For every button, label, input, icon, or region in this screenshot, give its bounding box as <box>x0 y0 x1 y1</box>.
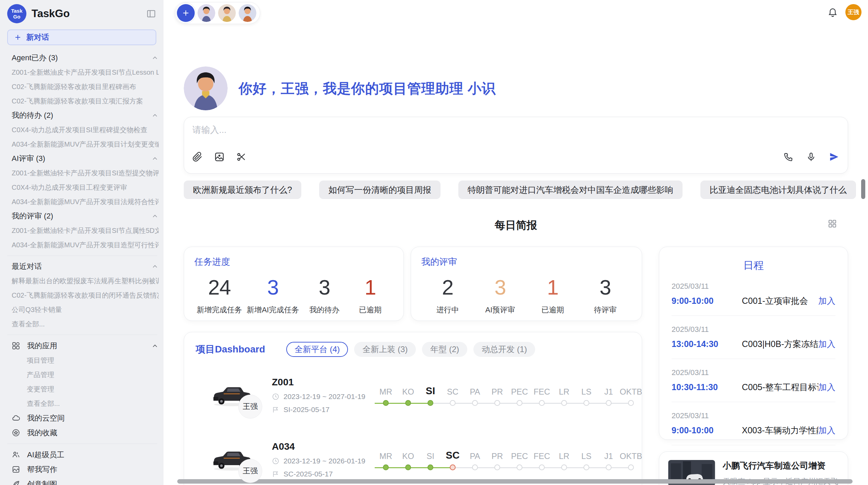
sidebar-item-writing-helper[interactable]: 帮我写作 <box>0 462 164 477</box>
sidebar-item-creative-draw[interactable]: 创意制图 <box>0 477 164 485</box>
sidebar-item[interactable]: Z001-全新燃油轻卡产品开发项目SI节点属性5D文件评审 <box>12 223 159 238</box>
sidebar-item[interactable]: C0X4-动力总成开发项目工程变更评审 <box>12 180 159 195</box>
project-info: A034 2023-12-19 ~ 2026-01-19 SC-2025-05-… <box>272 441 375 478</box>
new-chat-button[interactable]: 新对话 <box>7 29 156 45</box>
suggestion-chip[interactable]: 欧洲新规最近颁布了什么? <box>184 181 301 199</box>
horizontal-scrollbar-thumb[interactable] <box>177 479 853 484</box>
milestone-dot-pending <box>517 400 522 406</box>
app-item-change-mgmt[interactable]: 变更管理 <box>0 382 164 396</box>
event-title: C003|H0B-方案冻结评审 <box>742 338 818 350</box>
sidebar-item[interactable]: A034-全新新能源MUV产品开发项目法规符合性评审 <box>12 195 159 209</box>
sidebar-item[interactable]: Z001-全新燃油轻卡产品开发项目SI造型提交物评审 <box>12 166 159 180</box>
user-avatar[interactable]: 王强 <box>845 4 861 20</box>
sidebar-item-my-apps[interactable]: 我的应用 <box>0 338 164 353</box>
project-flag-date: SI-2025-05-17 <box>272 406 375 414</box>
event-divider <box>672 445 835 445</box>
section-header-agent-done[interactable]: Agent已办 (3) <box>12 51 159 65</box>
daily-briefing-title: 每日简报 <box>184 218 848 233</box>
suggestion-chip[interactable]: 特朗普可能对进口汽车增税会对中国车企造成哪些影响 <box>458 181 683 199</box>
image-upload-icon[interactable] <box>214 152 225 162</box>
stat-label: 新增完成任务 <box>197 305 242 315</box>
layout-grid-icon[interactable] <box>828 219 837 230</box>
chevron-up-icon[interactable] <box>151 54 159 62</box>
stat-label: AI预评审 <box>480 305 521 315</box>
project-flag-date: SC-2025-05-17 <box>272 470 375 478</box>
join-meeting-link[interactable]: 加入 <box>818 338 835 350</box>
section-header-ai-review[interactable]: AI评审 (3) <box>12 151 159 166</box>
stat-label: 我的待办 <box>304 305 345 315</box>
news-title: 小鹏飞行汽车制造公司增资 <box>723 460 839 471</box>
join-meeting-link[interactable]: 加入 <box>818 295 835 307</box>
vertical-scrollbar-thumb[interactable] <box>861 179 865 199</box>
sidebar-item[interactable]: C02-飞腾新能源轻客改款项目立项汇报方案 <box>12 94 159 108</box>
sidebar-item-cloud-space[interactable]: 我的云空间 <box>0 411 164 425</box>
milestone-label: OKTB <box>620 382 642 397</box>
chat-input[interactable] <box>192 124 840 146</box>
sidebar-item[interactable]: Z001-全新燃油皮卡产品开发项目SI节点Lesson Learn报告 <box>12 65 159 79</box>
event-divider <box>672 315 835 316</box>
phone-call-icon[interactable] <box>783 152 794 162</box>
milestone-label: PEC <box>508 382 531 397</box>
sidebar-item[interactable]: C02-飞腾新能源轻客改款项目里程碑画布 <box>12 79 159 94</box>
milestone-dot-done <box>383 400 389 406</box>
stat-value: 24 <box>197 275 242 299</box>
section-title: AI评审 (3) <box>12 153 45 164</box>
join-meeting-link[interactable]: 加入 <box>818 425 835 436</box>
new-session-button[interactable] <box>177 4 195 22</box>
agent-avatar-1[interactable] <box>197 4 215 22</box>
sidebar: Task Go TaskGo 新对话 Agent已办 (3) Z001-全新燃油… <box>0 0 164 485</box>
sidebar-item-ai-staff[interactable]: AI超级员工 <box>0 447 164 462</box>
attachment-icon[interactable] <box>192 152 203 162</box>
sidebar-item[interactable]: A034-全新新能源MUV产品开发项目计划变更变编号 <box>12 137 159 151</box>
project-row[interactable]: 王强 Z001 2023-12-19 ~ 2027-01-19 SI-2025-… <box>196 369 630 421</box>
project-row[interactable]: 王强 A034 2023-12-19 ~ 2026-01-19 SC-2025-… <box>196 434 630 485</box>
suggestion-chip[interactable]: 比亚迪全固态电池计划具体说了什么 <box>700 181 856 199</box>
app-item-project-mgmt[interactable]: 项目管理 <box>0 353 164 368</box>
milestone-label: PR <box>486 382 508 397</box>
tab-new-platform[interactable]: 全新平台 (4) <box>286 342 348 357</box>
flag-icon <box>272 406 279 413</box>
chevron-up-icon[interactable] <box>151 112 159 119</box>
stat-value: 1 <box>532 275 573 299</box>
stat-value: 2 <box>427 275 468 299</box>
screenshot-scissors-icon[interactable] <box>236 152 246 162</box>
collapse-sidebar-icon[interactable] <box>146 9 156 19</box>
sidebar-item-favorites[interactable]: 我的收藏 <box>0 425 164 440</box>
join-meeting-link[interactable]: 加入 <box>818 382 835 393</box>
agent-avatar-3[interactable] <box>239 4 256 22</box>
notifications-bell-icon[interactable] <box>828 7 838 18</box>
tab-new-body[interactable]: 全新上装 (3) <box>354 342 416 357</box>
sidebar-item[interactable]: C0X4-动力总成开发项目SI里程碑提交物检查 <box>12 123 159 137</box>
recent-item[interactable]: 公司Q3轻卡销量 <box>12 302 159 317</box>
recent-item-view-all[interactable]: 查看全部... <box>12 317 159 331</box>
tab-model-year[interactable]: 年型 (2) <box>422 342 467 357</box>
flag-icon <box>272 470 279 478</box>
section-header-my-todo[interactable]: 我的待办 (2) <box>12 108 159 123</box>
recent-item[interactable]: C02-飞腾新能源轻客改款项目的闭环通告反馈情况 <box>12 288 159 302</box>
microphone-icon[interactable] <box>806 152 816 162</box>
chevron-up-icon[interactable] <box>151 155 159 162</box>
app-item-product-mgmt[interactable]: 产品管理 <box>0 368 164 382</box>
tab-powertrain[interactable]: 动总开发 (1) <box>473 342 535 357</box>
stat-label: 已逾期 <box>532 305 573 315</box>
section-header-recent[interactable]: 最近对话 <box>12 259 159 274</box>
flag-text: SC-2025-05-17 <box>284 470 333 478</box>
section-header-my-review[interactable]: 我的评审 (2) <box>12 209 159 223</box>
stat-label: 已逾期 <box>350 305 391 315</box>
suggestion-chip[interactable]: 如何写一份清晰的项目周报 <box>319 181 441 199</box>
new-chat-label: 新对话 <box>26 32 49 42</box>
app-item-view-all[interactable]: 查看全部... <box>0 396 164 411</box>
chevron-up-icon[interactable] <box>151 342 159 350</box>
recent-item[interactable]: 解释最新出台的欧盟报废车法规再生塑料比例被调至15%... <box>12 274 159 288</box>
chevron-up-icon[interactable] <box>151 212 159 220</box>
milestone-dot-pending <box>539 400 545 406</box>
agent-avatar-2[interactable] <box>218 4 236 22</box>
send-icon[interactable] <box>829 151 840 162</box>
project-dates: 2023-12-19 ~ 2026-01-19 <box>272 457 375 465</box>
stat-my-todo: 3 我的待办 <box>304 275 345 315</box>
sidebar-item[interactable]: A034-全新新能源MUV产品开发项目造型可行性评审 <box>12 238 159 252</box>
section-title: 我的待办 (2) <box>12 110 53 121</box>
my-review-card: 我的评审 2 进行中 3 AI预评审 1 已逾期 3 待评审 <box>411 247 642 321</box>
chevron-up-icon[interactable] <box>151 263 159 270</box>
section-title: Agent已办 (3) <box>12 53 58 63</box>
